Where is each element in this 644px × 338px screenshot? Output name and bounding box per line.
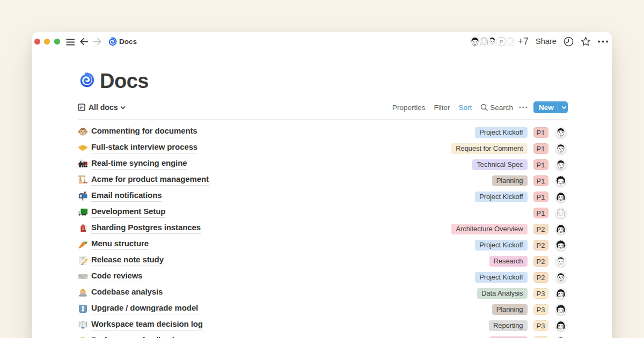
svg-text:P: P [500,38,503,44]
